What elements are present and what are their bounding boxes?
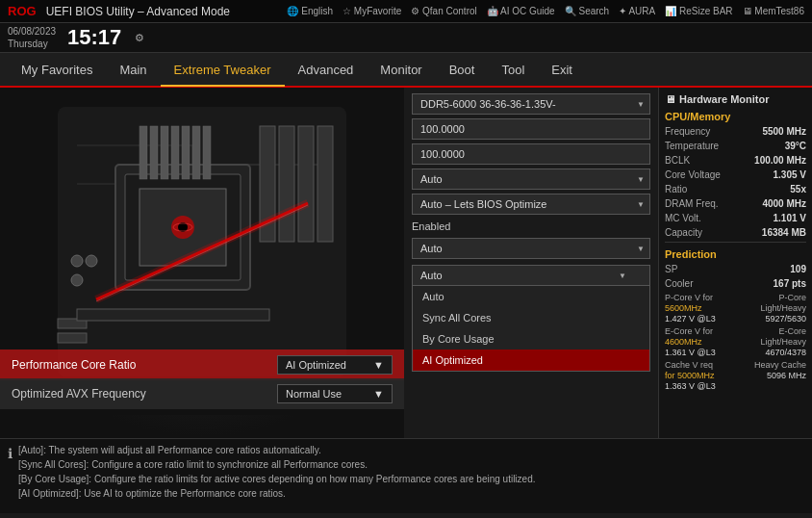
aura-btn[interactable]: ✦ AURA xyxy=(619,6,655,16)
avx-value-text: Normal Use xyxy=(286,388,342,400)
dram-freq-label: DRAM Freq. xyxy=(665,198,719,209)
heavy-cache-label: Heavy Cache xyxy=(754,360,806,370)
search-btn[interactable]: 🔍 Search xyxy=(565,6,609,16)
prediction-title: Prediction xyxy=(665,248,806,260)
language-btn[interactable]: 🌐 English xyxy=(287,6,333,16)
frequency-label: Frequency xyxy=(665,126,710,137)
pcore-4600-type: Light/Heavy xyxy=(760,337,806,347)
nav-bar: My Favorites Main Extreme Tweaker Advanc… xyxy=(0,53,812,88)
value1-input[interactable] xyxy=(412,118,650,140)
memtest-btn[interactable]: 🖥 MemTest86 xyxy=(743,6,804,16)
auto-select[interactable]: Auto xyxy=(412,168,650,190)
qfan-btn[interactable]: ⚙ Qfan Control xyxy=(411,6,476,16)
ratio-row: Ratio 55x xyxy=(665,184,806,194)
cache-freq: for 5000MHz xyxy=(665,371,715,380)
cooler-value: 167 pts xyxy=(774,278,806,289)
ratio-label: Ratio xyxy=(665,184,687,194)
ddr-profile-select[interactable]: DDR5-6000 36-36-36-1.35V- xyxy=(412,93,650,115)
bios-title: UEFI BIOS Utility – Advanced Mode xyxy=(46,5,230,18)
value1-row xyxy=(412,118,650,140)
info-icon: ℹ xyxy=(8,444,13,464)
time-row: 06/08/2023 Thursday 15:17 ⚙ xyxy=(0,23,812,53)
temperature-label: Temperature xyxy=(665,141,719,151)
mc-volt-label: MC Volt. xyxy=(665,213,701,223)
auto2-select[interactable]: Auto xyxy=(412,238,650,259)
auto-dropdown2-row: Auto xyxy=(412,238,650,259)
rog-logo: ROG xyxy=(8,4,37,18)
ddr-profile-wrap[interactable]: DDR5-6000 36-36-36-1.35V- xyxy=(412,93,650,115)
svg-rect-12 xyxy=(298,126,314,242)
svg-rect-22 xyxy=(77,309,269,321)
dropdown-option-sync[interactable]: Sync All Cores xyxy=(413,307,649,328)
pcore-e-v-for-label: E-Core V for xyxy=(665,326,713,336)
resizebar-btn[interactable]: 📊 ReSize BAR xyxy=(665,6,732,16)
pcore-5600-v-val: 1.427 V @L3 xyxy=(665,314,716,324)
svg-point-18 xyxy=(86,255,97,267)
bios-optimize-select[interactable]: Auto – Lets BIOS Optimize xyxy=(412,194,650,215)
value2-input[interactable] xyxy=(412,143,650,165)
date-block: 06/08/2023 Thursday xyxy=(8,25,56,50)
svg-rect-24 xyxy=(150,126,158,179)
auto-select-wrap[interactable]: Auto xyxy=(412,168,650,190)
ratio-value: 55x xyxy=(790,184,806,194)
auto-dropdown-row: Auto xyxy=(412,168,650,190)
svg-rect-25 xyxy=(161,126,168,179)
pcore-5600-header: P-Core V for P-Core xyxy=(665,293,806,302)
dropdown-option-auto[interactable]: Auto xyxy=(413,286,649,307)
myfavorite-btn[interactable]: ☆ MyFavorite xyxy=(343,6,401,16)
auto2-select-wrap[interactable]: Auto xyxy=(412,238,650,259)
sp-value: 109 xyxy=(790,264,806,274)
motherboard-panel: Performance Core Ratio AI Optimized ▼ Op… xyxy=(0,88,404,438)
pcore-5600-type: Light/Heavy xyxy=(760,303,806,313)
bios-optimize-row: Auto – Lets BIOS Optimize xyxy=(412,194,650,215)
cache-voltage: 1.363 V @L3 xyxy=(665,381,806,391)
bclk-value: 100.00 MHz xyxy=(754,155,806,166)
performance-core-row: Performance Core Ratio AI Optimized ▼ xyxy=(0,350,404,380)
aioc-btn[interactable]: 🤖 AI OC Guide xyxy=(487,6,555,16)
info-line-1: [Auto]: The system will adjust all Perfo… xyxy=(18,443,804,457)
pcore-5600-voltage: 1.427 V @L3 5927/5630 xyxy=(665,314,806,324)
cache-v-val: 1.363 V @L3 xyxy=(665,381,716,391)
nav-tool[interactable]: Tool xyxy=(488,55,538,85)
info-line-2: [Sync All Cores]: Configure a core ratio… xyxy=(18,457,804,472)
avx-dropdown-icon: ▼ xyxy=(373,388,384,400)
dropdown-option-core-usage[interactable]: By Core Usage xyxy=(413,328,649,350)
settings-panel: DDR5-6000 36-36-36-1.35V- Auto xyxy=(404,88,658,438)
nav-favorites[interactable]: My Favorites xyxy=(8,55,106,85)
core-voltage-row: Core Voltage 1.305 V xyxy=(665,169,806,180)
settings-gear-icon[interactable]: ⚙ xyxy=(135,32,144,44)
nav-boot[interactable]: Boot xyxy=(436,55,489,85)
dropdown-option-ai[interactable]: AI Optimized xyxy=(413,350,649,371)
pcore-e-type-label: E-Core xyxy=(778,326,806,336)
pcore-4600-ratio: 4670/4378 xyxy=(765,348,806,357)
avx-row: Optimized AVX Frequency Normal Use ▼ xyxy=(0,378,404,409)
nav-monitor[interactable]: Monitor xyxy=(367,55,435,85)
svg-rect-21 xyxy=(58,333,87,343)
mc-volt-row: MC Volt. 1.101 V xyxy=(665,213,806,223)
svg-rect-23 xyxy=(140,126,147,179)
cache-header: Cache V req Heavy Cache xyxy=(665,360,806,370)
svg-point-19 xyxy=(71,274,83,286)
cache-data: for 5000MHz 5096 MHz xyxy=(665,371,806,380)
svg-rect-29 xyxy=(203,126,211,179)
heavy-cache-val: 5096 MHz xyxy=(767,371,806,380)
nav-advanced[interactable]: Advanced xyxy=(285,55,368,85)
dropdown-list: Auto Sync All Cores By Core Usage AI Opt… xyxy=(412,286,650,372)
info-line-3: [By Core Usage]: Configure the ratio lim… xyxy=(18,472,804,486)
frequency-row: Frequency 5500 MHz xyxy=(665,126,806,137)
temperature-row: Temperature 39°C xyxy=(665,141,806,151)
nav-main[interactable]: Main xyxy=(106,55,160,85)
info-line-4: [AI Optimized]: Use AI to optimize the P… xyxy=(18,486,804,501)
dropdown-header[interactable]: Auto xyxy=(412,265,650,286)
capacity-label: Capacity xyxy=(665,227,702,238)
pcore-4600-header: E-Core V for E-Core xyxy=(665,326,806,336)
hw-divider xyxy=(665,242,806,243)
dropdown-selected-value: Auto xyxy=(420,270,443,281)
bios-optimize-wrap[interactable]: Auto – Lets BIOS Optimize xyxy=(412,194,650,215)
pcore-5600-item: P-Core V for P-Core 5600MHz Light/Heavy … xyxy=(665,293,806,324)
nav-extreme-tweaker[interactable]: Extreme Tweaker xyxy=(161,55,285,87)
pcore-4600-data: 4600MHz Light/Heavy xyxy=(665,337,806,347)
nav-exit[interactable]: Exit xyxy=(538,55,586,85)
pcore-4600-v-val: 1.361 V @L3 xyxy=(665,348,716,357)
value2-row xyxy=(412,143,650,165)
